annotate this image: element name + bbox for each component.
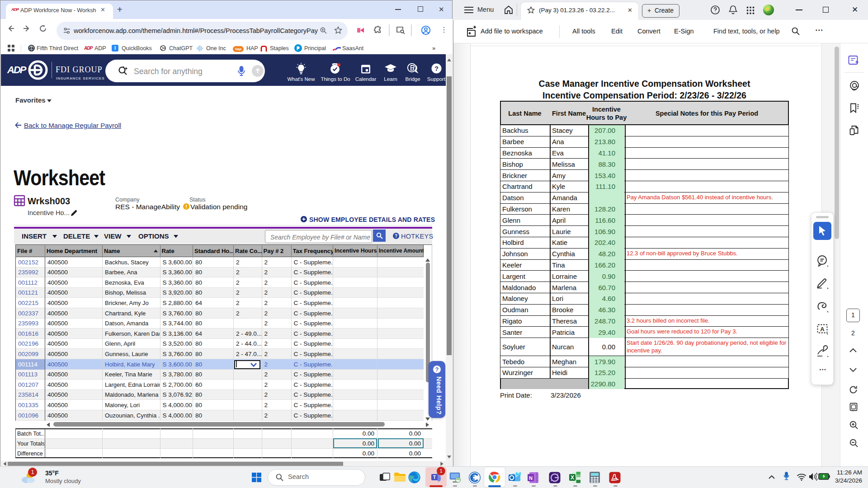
- svg-text:X: X: [571, 474, 574, 481]
- svg-text:A: A: [820, 326, 825, 333]
- svg-text:?: ?: [395, 234, 397, 239]
- svg-text:T: T: [433, 475, 436, 480]
- svg-text:?: ?: [434, 65, 439, 72]
- svg-text:N: N: [529, 475, 533, 481]
